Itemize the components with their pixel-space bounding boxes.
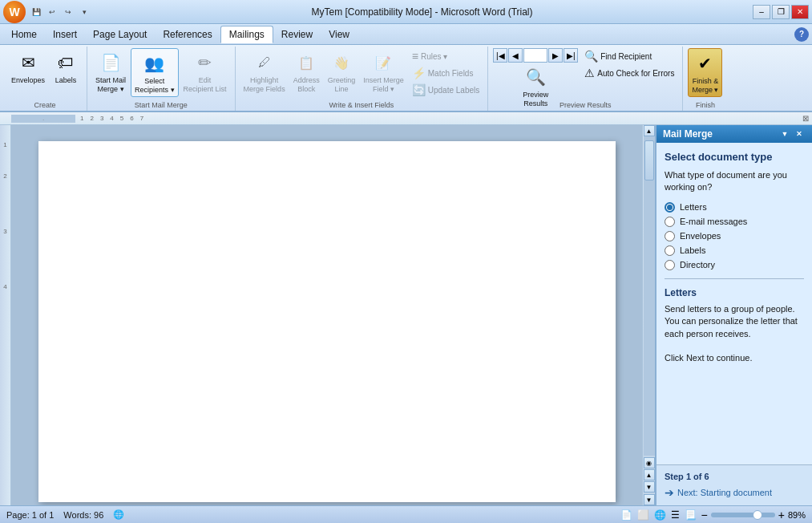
record-number-input[interactable] — [523, 48, 547, 63]
option-envelopes[interactable]: Envelopes — [665, 231, 804, 241]
zoom-slider[interactable] — [711, 513, 775, 517]
menu-bar: Home Insert Page Layout References Maili… — [0, 24, 812, 45]
scroll-up-btn[interactable]: ▲ — [644, 125, 655, 136]
tab-insert[interactable]: Insert — [45, 26, 85, 43]
draft-btn[interactable]: 📃 — [685, 509, 697, 521]
finish-group-label: Finish — [683, 101, 727, 109]
redo-btn[interactable]: ↪ — [61, 5, 75, 19]
greeting-icon: 👋 — [329, 50, 354, 75]
envelopes-btn[interactable]: ✉ Envelopes — [8, 48, 48, 87]
option-labels[interactable]: Labels — [665, 245, 804, 256]
start-mail-merge-label: Start MailMerge ▾ — [95, 76, 126, 94]
save-quickaccess-btn[interactable]: 💾 — [29, 5, 43, 19]
auto-check-errors-btn[interactable]: ⚠ Auto Check for Errors — [581, 65, 677, 81]
address-block-btn[interactable]: 📋 AddressBlock — [290, 48, 323, 95]
prev-record-btn[interactable]: ◀ — [508, 48, 523, 63]
insert-merge-field-btn[interactable]: 📝 Insert MergeField ▾ — [360, 48, 407, 95]
ribbon-group-create: ✉ Envelopes 🏷 Labels Create — [3, 47, 87, 111]
mail-merge-footer: Step 1 of 6 ➔ Next: Starting document — [656, 464, 812, 505]
document-canvas[interactable] — [11, 125, 642, 505]
select-recipients-btn[interactable]: 👥 SelectRecipients ▾ — [131, 48, 179, 97]
left-margin: 1 2 3 4 — [0, 125, 11, 505]
edit-recipient-list-btn[interactable]: ✏ EditRecipient List — [180, 48, 230, 95]
language-icon[interactable]: 🌐 — [113, 509, 124, 520]
tab-mailings[interactable]: Mailings — [220, 26, 273, 43]
mm-next-link[interactable]: ➔ Next: Starting document — [665, 486, 804, 499]
finish-merge-btn[interactable]: ✔ Finish &Merge ▾ — [688, 48, 722, 97]
mm-close-btn[interactable]: ✕ — [793, 128, 806, 140]
option-letters[interactable]: Letters — [665, 202, 804, 213]
greeting-line-btn[interactable]: 👋 GreetingLine — [325, 48, 359, 95]
print-layout-btn[interactable]: 📄 — [620, 509, 632, 521]
radio-envelopes[interactable] — [665, 231, 675, 241]
undo-btn[interactable]: ↩ — [45, 5, 59, 19]
tab-review[interactable]: Review — [273, 26, 321, 43]
scroll-next-btn[interactable]: ▼ — [644, 481, 655, 493]
radio-email[interactable] — [665, 217, 675, 227]
find-recipient-btn[interactable]: 🔍 Find Recipient — [581, 48, 677, 64]
tab-page-layout[interactable]: Page Layout — [85, 26, 155, 43]
margin-indicator: 1 — [3, 141, 6, 148]
match-fields-label: Match Fields — [428, 69, 474, 78]
finish-merge-icon: ✔ — [693, 51, 718, 76]
outline-btn[interactable]: ☰ — [671, 509, 680, 521]
margin-2: 2 — [3, 172, 6, 180]
labels-btn[interactable]: 🏷 Labels — [50, 48, 82, 87]
restore-btn[interactable]: ❐ — [772, 5, 790, 19]
close-btn[interactable]: ✕ — [791, 5, 809, 19]
option-directory[interactable]: Directory — [665, 260, 804, 270]
window-title: MyTem [Compatibility Mode] - Microsoft W… — [91, 6, 753, 18]
rules-btn[interactable]: ≡ Rules ▾ — [409, 48, 483, 64]
mm-header-controls: ▼ ✕ — [778, 128, 806, 140]
radio-envelopes-label: Envelopes — [680, 231, 721, 241]
scroll-down-btn[interactable]: ▼ — [644, 494, 655, 505]
margin-3: 3 — [3, 228, 6, 235]
highlight-label: HighlightMerge Fields — [244, 76, 285, 94]
help-btn[interactable]: ? — [794, 27, 809, 42]
office-orb[interactable]: W — [3, 1, 26, 23]
tab-references[interactable]: References — [155, 26, 220, 43]
minimize-btn[interactable]: – — [753, 5, 770, 19]
tab-home[interactable]: Home — [3, 26, 45, 43]
window-controls: – ❐ ✕ — [753, 5, 809, 19]
highlight-merge-fields-btn[interactable]: 🖊 HighlightMerge Fields — [240, 48, 289, 95]
update-labels-btn[interactable]: 🔄 Update Labels — [409, 82, 483, 98]
edit-recipient-icon: ✏ — [192, 50, 218, 75]
ruler-options-icon[interactable]: ⊠ — [802, 114, 809, 123]
rules-icon: ≡ — [412, 50, 418, 63]
title-bar: W 💾 ↩ ↪ ▾ MyTem [Compatibility Mode] - M… — [0, 0, 812, 24]
preview-results-group-label: Preview Results — [488, 101, 682, 109]
web-layout-btn[interactable]: 🌐 — [654, 509, 666, 521]
auto-check-label: Auto Check for Errors — [597, 69, 674, 78]
status-right: 📄 ⬜ 🌐 ☰ 📃 − + 89% — [620, 509, 806, 521]
radio-directory[interactable] — [665, 260, 675, 270]
browse-select-btn[interactable]: ◉ — [644, 457, 655, 468]
quickaccess-dropdown[interactable]: ▾ — [77, 5, 91, 19]
next-record-btn[interactable]: ▶ — [548, 48, 563, 63]
first-record-btn[interactable]: |◀ — [493, 48, 507, 63]
scroll-prev-btn[interactable]: ▲ — [644, 469, 655, 480]
radio-labels[interactable] — [665, 245, 675, 256]
scroll-track[interactable] — [644, 136, 655, 456]
document-page[interactable] — [38, 141, 616, 502]
mm-expand-btn[interactable]: ▼ — [778, 128, 791, 140]
greeting-label: GreetingLine — [328, 76, 356, 94]
option-email[interactable]: E-mail messages — [665, 217, 804, 227]
labels-icon: 🏷 — [53, 50, 79, 75]
radio-letters[interactable] — [665, 202, 675, 213]
select-recipients-label: SelectRecipients ▾ — [135, 77, 175, 95]
words-status: Words: 96 — [63, 510, 103, 520]
tab-view[interactable]: View — [321, 26, 358, 43]
mm-question: What type of document are you working on… — [665, 169, 804, 194]
start-mail-merge-btn[interactable]: 📄 Start MailMerge ▾ — [92, 48, 129, 95]
zoom-in-btn[interactable]: + — [778, 509, 785, 521]
radio-labels-label: Labels — [680, 245, 705, 255]
vertical-scrollbar: ▲ ◉ ▲ ▼ ▼ — [642, 125, 655, 505]
find-recipient-label: Find Recipient — [600, 52, 652, 61]
full-screen-btn[interactable]: ⬜ — [637, 509, 649, 521]
last-record-btn[interactable]: ▶| — [564, 48, 578, 63]
scroll-thumb[interactable] — [644, 140, 654, 180]
match-fields-btn[interactable]: ⚡ Match Fields — [409, 65, 483, 81]
zoom-out-btn[interactable]: − — [701, 509, 708, 521]
mm-step: Step 1 of 6 — [665, 472, 804, 481]
